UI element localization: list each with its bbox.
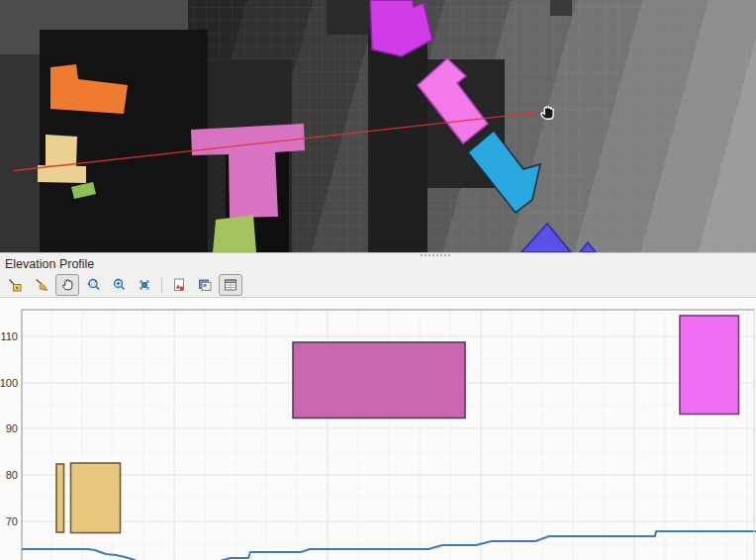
zoom-in-icon xyxy=(111,277,127,293)
y-axis-tick-label: 90 xyxy=(6,422,18,434)
options-table-icon xyxy=(223,277,238,293)
broom-icon xyxy=(34,277,49,293)
profile-capture-line xyxy=(14,113,539,171)
map-feature-building-green-bottom xyxy=(213,215,256,252)
map-feature-building-violet-tip xyxy=(580,242,596,252)
export-image-icon xyxy=(197,277,213,293)
panel-splitter-handle[interactable] xyxy=(421,254,450,256)
map-feature-building-blue-l xyxy=(468,131,540,213)
elevation-profile-panel: Elevation Profile xyxy=(0,252,756,560)
elevation-chart-plot[interactable]: 110100908070 xyxy=(0,298,756,560)
map-canvas[interactable] xyxy=(0,0,756,252)
map-feature-building-tan-upper xyxy=(46,135,77,166)
grab-hand-cursor-icon xyxy=(537,103,557,123)
chart-area: 110100908070 xyxy=(0,297,756,560)
map-feature-building-magenta-t xyxy=(191,124,305,218)
map-overlay xyxy=(0,0,756,252)
y-axis-tick-label: 110 xyxy=(0,330,18,342)
map-feature-building-orange xyxy=(50,64,128,114)
map-feature-building-pink xyxy=(418,58,488,143)
y-axis-tick-label: 70 xyxy=(6,515,18,527)
map-feature-building-tan-lower xyxy=(38,165,86,183)
y-axis-tick-label: 100 xyxy=(0,377,18,389)
options-button[interactable] xyxy=(219,274,242,296)
profile-building-tan-building-thin xyxy=(56,464,64,532)
profile-building-magenta-building xyxy=(293,342,465,419)
zoom-button[interactable] xyxy=(81,274,105,296)
zoom-arrows-icon xyxy=(85,277,101,293)
pan-tool-button[interactable] xyxy=(55,274,79,296)
toolbar-separator xyxy=(161,277,162,293)
zoom-full-extent-icon xyxy=(137,277,152,293)
panel-title: Elevation Profile xyxy=(5,257,94,271)
map-feature-building-violet xyxy=(521,224,571,252)
export-pdf-button[interactable] xyxy=(167,274,191,296)
export-pdf-icon xyxy=(171,277,187,293)
profile-toolbar xyxy=(4,274,242,296)
profile-building-tan-building-wide xyxy=(71,463,121,533)
zoom-full-extent-button[interactable] xyxy=(133,274,156,296)
profile-building-pink-building xyxy=(680,316,739,415)
y-axis-tick-label: 80 xyxy=(6,469,18,481)
capture-curve-icon xyxy=(8,277,24,293)
clear-button[interactable] xyxy=(30,274,53,296)
export-image-button[interactable] xyxy=(193,274,217,296)
map-feature-building-magenta-top xyxy=(370,0,432,56)
pan-hand-icon xyxy=(59,277,75,293)
zoom-in-button[interactable] xyxy=(107,274,131,296)
capture-curve-button[interactable] xyxy=(4,274,28,296)
map-feature-building-green-small xyxy=(71,182,96,199)
